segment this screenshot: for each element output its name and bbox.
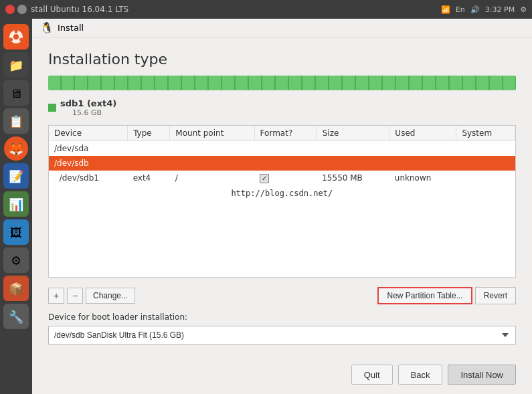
partition-color-indicator [48,104,56,112]
row-type [128,156,170,171]
row-size: 15550 MB [317,171,389,186]
partition-bar-fill [48,76,516,90]
sidebar-icon-app3[interactable]: 📋 [3,108,29,134]
clock: 3:32 PM [485,5,515,14]
partition-table-wrapper: Device Type Mount point Format? Size Use… [48,125,516,278]
remove-partition-button[interactable]: − [67,288,83,304]
sidebar-icon-app7[interactable]: 🖼 [3,219,29,245]
ubuntu-logo-icon [8,29,24,45]
row-system [456,156,515,171]
keyboard-layout: En [456,5,465,14]
col-device: Device [49,126,128,141]
row-size [317,141,389,157]
quit-button[interactable]: Quit [351,365,393,385]
watermark-text: http://blog.csdn.net/ [49,186,515,201]
page-title: Installation type [48,51,516,68]
partition-label: sdb1 (ext4) 15.6 GB [48,98,516,117]
sidebar-icon-settings[interactable]: ⚙ [3,248,29,273]
row-type: ext4 [128,171,170,186]
window-title: stall Ubuntu 16.04.1 LTS [31,5,128,14]
settings-icon[interactable]: ⚙ [520,5,527,14]
col-mount: Mount point [170,126,254,141]
content-area: 🐧 Install Installation type sdb1 (ext4) … [32,19,532,394]
bootloader-select[interactable]: /dev/sdb SanDisk Ultra Fit (15.6 GB) [48,326,516,344]
svg-point-1 [13,34,19,39]
back-button[interactable]: Back [398,365,443,385]
window-controls [5,5,27,14]
partition-name: sdb1 (ext4) [60,98,116,108]
row-system [456,171,515,186]
partition-bar [48,76,516,90]
new-partition-table-button[interactable]: New Partition Table... [377,287,472,304]
svg-point-4 [9,38,13,41]
minimize-button[interactable] [17,5,27,14]
row-format [254,156,317,171]
col-system: System [456,126,515,141]
row-format: ✓ [254,171,317,186]
bootloader-label: Device for boot loader installation: [48,312,516,322]
bootloader-section: Device for boot loader installation: /de… [48,312,516,344]
titlebar-left: stall Ubuntu 16.04.1 LTS [5,5,128,14]
sidebar-icon-files[interactable]: 📁 [3,52,29,78]
revert-button[interactable]: Revert [475,287,516,304]
close-button[interactable] [5,5,15,14]
col-used: Used [389,126,456,141]
row-used: unknown [389,171,456,186]
row-mount [170,141,254,157]
table-row[interactable]: /dev/sdb1 ext4 / ✓ 15550 MB unknown [49,171,515,186]
col-type: Type [128,126,170,141]
sidebar-icon-app2[interactable]: 🖥 [3,80,29,106]
row-system [456,141,515,157]
row-mount [170,156,254,171]
install-now-button[interactable]: Install Now [448,365,516,385]
format-checkbox[interactable]: ✓ [260,174,269,183]
app-icon: 🐧 [40,21,54,34]
sidebar: 📁 🖥 📋 🦊 📝 📊 🖼 ⚙ 📦 🔧 [0,19,32,394]
row-size [317,156,389,171]
partition-table: Device Type Mount point Format? Size Use… [49,126,515,201]
window-header: 🐧 Install [32,19,532,37]
add-partition-button[interactable]: + [48,288,64,304]
svg-point-2 [15,30,18,33]
header-title: Install [58,23,84,33]
sidebar-icon-ubuntu[interactable] [3,24,29,50]
partition-actions-row: + − Change... New Partition Table... Rev… [48,287,516,304]
row-used [389,156,456,171]
row-mount: / [170,171,254,186]
sidebar-icon-app4[interactable]: 🦊 [4,136,28,161]
row-device: /dev/sda [49,141,128,157]
sidebar-icon-app9[interactable]: 📦 [3,276,29,301]
partition-size: 15.6 GB [72,108,116,117]
row-device: /dev/sdb1 [49,171,128,186]
change-partition-button[interactable]: Change... [86,288,135,304]
col-format: Format? [254,126,317,141]
sidebar-icon-libreoffice[interactable]: 📝 [3,163,29,189]
col-size: Size [317,126,389,141]
table-row[interactable]: /dev/sda [49,141,515,157]
main-layout: 📁 🖥 📋 🦊 📝 📊 🖼 ⚙ 📦 🔧 🐧 Install Installati… [0,19,532,394]
row-used [389,141,456,157]
row-type [128,141,170,157]
volume-icon: 🔊 [470,5,480,14]
watermark-row: http://blog.csdn.net/ [49,186,515,201]
sidebar-icon-app6[interactable]: 📊 [3,191,29,217]
titlebar: stall Ubuntu 16.04.1 LTS 📶 En 🔊 3:32 PM … [0,0,532,19]
signal-icon: 📶 [441,5,450,14]
row-device: /dev/sdb [49,156,128,171]
table-header-row: Device Type Mount point Format? Size Use… [49,126,515,141]
action-buttons: Quit Back Install Now [32,358,532,394]
page-content: Installation type sdb1 (ext4) 15.6 GB [32,37,532,358]
titlebar-right: 📶 En 🔊 3:32 PM ⚙ [441,5,527,14]
sidebar-icon-app10[interactable]: 🔧 [3,304,29,329]
svg-point-3 [19,38,23,41]
table-row[interactable]: /dev/sdb [49,156,515,171]
row-format [254,141,317,157]
